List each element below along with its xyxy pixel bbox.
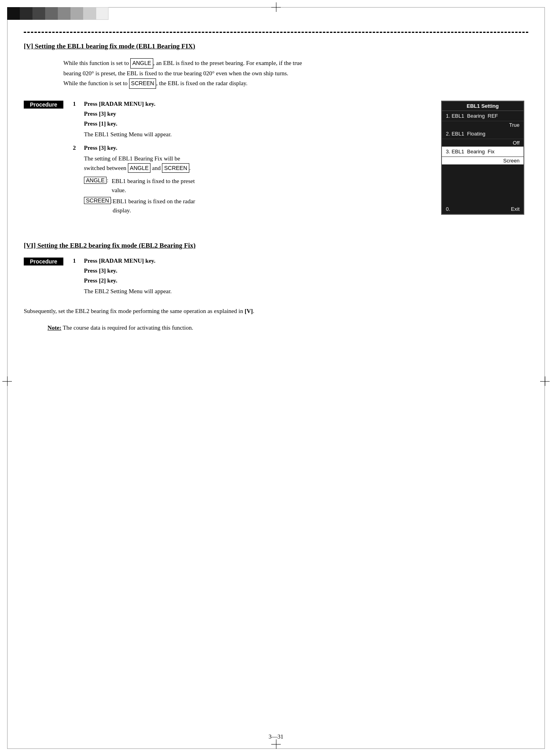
option-angle-box: ANGLE <box>84 177 107 184</box>
bottom-crosshair <box>271 739 281 749</box>
color-bar <box>7 7 108 20</box>
note-block: Note: The course data is required for ac… <box>48 325 528 331</box>
section1-heading: [V] Setting the EBL1 bearing fix mode (E… <box>24 42 528 50</box>
step2-note2: switched between <box>84 165 126 171</box>
intro-line3-pre: While the function is set to <box>63 80 128 86</box>
steps-area-2: 1 Press [RADAR MENU] key. Press [3] key.… <box>73 258 528 300</box>
ebl1-row3-subval: Screen <box>442 157 523 164</box>
ebl1-row2-subval: Off <box>442 139 523 147</box>
subsequently-para: Subsequently, set the EBL2 bearing fix m… <box>24 306 528 317</box>
option-screen-box: SCREEN <box>84 197 111 204</box>
step2-angle-box: ANGLE <box>128 163 150 173</box>
step2-1-line3: Press [2] key. <box>84 277 528 284</box>
intro-line3b: , the EBL is fixed on the radar display. <box>156 80 247 86</box>
intro-line1b: , an EBL is fixed to the preset bearing.… <box>153 60 302 66</box>
swatch-1 <box>7 7 20 20</box>
swatch-6 <box>70 7 83 20</box>
ebl1-row3-label: 3. EBL1 Bearing Fix <box>446 149 495 155</box>
dashed-divider <box>24 32 528 33</box>
option-screen: SCREEN: EBL1 bearing is fixed on the rad… <box>84 197 429 215</box>
step1-line3: Press [1] key. <box>84 120 429 127</box>
step2-num: 2 <box>73 145 84 217</box>
section2-heading: [VI] Setting the EBL2 bearing fix mode (… <box>24 242 528 250</box>
option-screen-desc: EBL1 bearing is fixed on the radardispla… <box>113 197 429 215</box>
ebl1-row1-subval: True <box>442 121 523 129</box>
step1-num: 1 <box>73 101 84 139</box>
swatch-8 <box>96 7 108 20</box>
top-crosshair <box>271 2 281 12</box>
step2-note1: The setting of EBL1 Bearing Fix will be <box>84 155 180 162</box>
angle-box-intro: ANGLE <box>130 58 153 69</box>
section2: [VI] Setting the EBL2 bearing fix mode (… <box>24 242 528 331</box>
option-angle-key: ANGLE: <box>84 177 112 184</box>
swatch-3 <box>32 7 45 20</box>
intro-paragraph: While this function is set to ANGLE, an … <box>63 58 528 89</box>
procedure1-label: Procedure <box>24 101 63 109</box>
option-angle-desc: EBL1 bearing is fixed to the presetvalue… <box>112 177 429 195</box>
swatch-2 <box>20 7 32 20</box>
note-content: The course data is required for activati… <box>63 325 193 331</box>
procedure1-label-block: Procedure 1 Press [RADAR MENU] key. Pres… <box>24 101 429 221</box>
ebl1-menu: EBL1 Setting 1. EBL1 Bearing REF True 2.… <box>441 101 528 215</box>
procedure2-block: Procedure 1 Press [RADAR MENU] key. Pres… <box>24 258 528 300</box>
step2-1-content: Press [RADAR MENU] key. Press [3] key. P… <box>84 258 528 296</box>
step2-1-line2: Press [3] key. <box>84 267 528 274</box>
step1-line1: Press [RADAR MENU] key. <box>84 101 429 107</box>
ebl1-menu-row3: 3. EBL1 Bearing Fix <box>442 147 523 157</box>
intro-line1: While this function is set to <box>63 60 129 66</box>
step2-note: The setting of EBL1 Bearing Fix will be … <box>84 154 429 173</box>
step2: 2 Press [3] key. The setting of EBL1 Bea… <box>73 145 429 217</box>
step2-screen-box: SCREEN <box>162 163 189 173</box>
header <box>7 7 108 20</box>
ebl1-menu-box: EBL1 Setting 1. EBL1 Bearing REF True 2.… <box>441 101 524 215</box>
ebl1-row2-label: 2. EBL1 Floating <box>446 131 485 137</box>
step2-note3: and <box>152 165 162 171</box>
step1-note: The EBL1 Setting Menu will appear. <box>84 130 429 139</box>
step2-1-line1: Press [RADAR MENU] key. <box>84 258 528 264</box>
right-crosshair <box>540 376 550 386</box>
ebl1-menu-row2: 2. EBL1 Floating <box>442 129 523 139</box>
intro-line2: bearing 020° is preset, the EBL is fixed… <box>63 70 288 76</box>
swatch-4 <box>45 7 58 20</box>
steps-area-1: 1 Press [RADAR MENU] key. Press [3] key … <box>73 101 429 221</box>
option-list: ANGLE: EBL1 bearing is fixed to the pres… <box>84 177 429 215</box>
swatch-5 <box>58 7 70 20</box>
ebl1-menu-title: EBL1 Setting <box>442 101 523 111</box>
subsequently-ref: [V] <box>245 308 253 314</box>
note-label: Note: <box>48 325 61 331</box>
option-angle: ANGLE: EBL1 bearing is fixed to the pres… <box>84 177 429 195</box>
ebl1-menu-spacer <box>442 164 523 204</box>
step1: 1 Press [RADAR MENU] key. Press [3] key … <box>73 101 429 139</box>
procedure2-label: Procedure <box>24 258 63 265</box>
option-screen-key: SCREEN: <box>84 197 113 204</box>
step2-1-note: The EBL2 Setting Menu will appear. <box>84 286 528 296</box>
ebl1-footer-num: 0. <box>446 206 450 212</box>
screen-box-intro: SCREEN <box>129 78 156 89</box>
ebl1-menu-row1: 1. EBL1 Bearing REF <box>442 111 523 121</box>
procedure1-left: Procedure 1 Press [RADAR MENU] key. Pres… <box>24 101 429 227</box>
ebl1-footer-label: Exit <box>511 206 520 212</box>
left-crosshair <box>2 376 12 386</box>
step2-1: 1 Press [RADAR MENU] key. Press [3] key.… <box>73 258 528 296</box>
step2-label: Press [3] key. <box>84 145 429 151</box>
step2-1-num: 1 <box>73 258 84 296</box>
procedure1-block: Procedure 1 Press [RADAR MENU] key. Pres… <box>24 101 528 227</box>
step2-content: Press [3] key. The setting of EBL1 Beari… <box>84 145 429 217</box>
main-content: [V] Setting the EBL1 bearing fix mode (E… <box>0 0 552 363</box>
step1-content: Press [RADAR MENU] key. Press [3] key Pr… <box>84 101 429 139</box>
ebl1-row1-label: 1. EBL1 Bearing REF <box>446 113 498 119</box>
swatch-7 <box>83 7 96 20</box>
ebl1-menu-footer: 0. Exit <box>442 204 523 214</box>
subsequently-text: Subsequently, set the EBL2 bearing fix m… <box>24 308 243 314</box>
step1-line2: Press [3] key <box>84 111 429 117</box>
